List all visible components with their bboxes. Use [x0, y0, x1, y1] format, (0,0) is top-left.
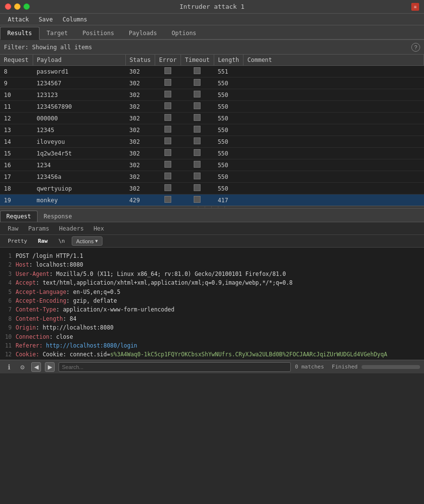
cell-request: 12: [0, 113, 33, 124]
cell-status: 302: [125, 101, 155, 113]
cell-error: [155, 159, 181, 171]
sub-tabbar: Raw Params Headers Hex: [0, 222, 424, 235]
table-row[interactable]: 16 1234 302 550: [0, 159, 424, 171]
cell-request: 17: [0, 171, 33, 183]
cell-status: 302: [125, 171, 155, 183]
sub-tab-params[interactable]: Params: [24, 224, 53, 233]
actions-button[interactable]: Actions ▾: [72, 236, 102, 246]
cell-status: 302: [125, 66, 155, 78]
tab-payloads[interactable]: Payloads: [121, 27, 164, 39]
cell-error: [155, 124, 181, 136]
request-line: 3User-Agent: Mozilla/5.0 (X11; Linux x86…: [4, 270, 420, 278]
cell-payload: 1234567: [33, 78, 125, 89]
cell-length: 417: [214, 194, 243, 206]
cell-status: 302: [125, 148, 155, 159]
col-status: Status: [125, 55, 155, 66]
cell-length: 551: [214, 66, 243, 78]
menu-save[interactable]: Save: [35, 15, 57, 24]
table-row[interactable]: 9 1234567 302 550: [0, 78, 424, 89]
request-line: 6Accept-Encoding: gzip, deflate: [4, 296, 420, 305]
cell-timeout: [181, 101, 214, 113]
request-display-bar: Pretty Raw \n Actions ▾: [0, 235, 424, 248]
cell-comment: [243, 136, 424, 148]
cell-comment: [243, 101, 424, 113]
request-line: 1POST /login HTTP/1.1: [4, 252, 420, 260]
table-row[interactable]: 18 qwertyuiop 302 550: [0, 183, 424, 194]
raw-button[interactable]: Raw: [34, 237, 52, 245]
help-button[interactable]: ?: [411, 43, 420, 52]
settings-icon[interactable]: ⚙: [18, 362, 27, 372]
match-count: 0 matches: [295, 364, 324, 370]
sub-tab-raw-1[interactable]: Raw: [4, 224, 22, 233]
cell-timeout: [181, 113, 214, 124]
cell-error: [155, 171, 181, 183]
info-icon[interactable]: ℹ: [4, 362, 14, 372]
cell-payload: 12345: [33, 124, 125, 136]
close-button[interactable]: [5, 3, 11, 10]
status-text: Finished: [332, 364, 358, 370]
newline-button[interactable]: \n: [55, 237, 69, 245]
cell-request: 9: [0, 78, 33, 89]
sub-tab-headers[interactable]: Headers: [55, 224, 88, 233]
cell-comment: [243, 183, 424, 194]
cell-comment: [243, 113, 424, 124]
progress-area: [362, 365, 420, 369]
cell-payload: 1234567890: [33, 101, 125, 113]
tab-options[interactable]: Options: [164, 27, 204, 39]
tab-results[interactable]: Results: [0, 27, 40, 40]
cell-error: [155, 113, 181, 124]
cell-timeout: [181, 171, 214, 183]
pretty-button[interactable]: Pretty: [4, 237, 31, 245]
tab-response[interactable]: Response: [38, 211, 79, 222]
cell-status: 302: [125, 78, 155, 89]
sub-tab-hex[interactable]: Hex: [90, 224, 108, 233]
request-line: 7Content-Type: application/x-www-form-ur…: [4, 305, 420, 314]
tab-request[interactable]: Request: [0, 211, 38, 222]
cell-length: 550: [214, 136, 243, 148]
cell-request: 10: [0, 89, 33, 101]
cell-payload: iloveyou: [33, 136, 125, 148]
table-row[interactable]: 13 12345 302 550: [0, 124, 424, 136]
cell-status: 302: [125, 136, 155, 148]
col-error: Error: [155, 55, 181, 66]
cell-request: 11: [0, 101, 33, 113]
col-payload: Payload: [33, 55, 125, 66]
search-input[interactable]: [59, 362, 291, 372]
progress-bar: [362, 365, 420, 369]
back-button[interactable]: ◀: [31, 362, 41, 372]
cell-comment: [243, 78, 424, 89]
menu-attack[interactable]: Attack: [4, 15, 33, 24]
request-line: 4Accept: text/html,application/xhtml+xml…: [4, 278, 420, 287]
cell-timeout: [181, 89, 214, 101]
tab-positions[interactable]: Positions: [75, 27, 121, 39]
cell-error: [155, 148, 181, 159]
statusbar: ℹ ⚙ ◀ ▶ 0 matches Finished: [0, 360, 424, 373]
table-row[interactable]: 14 iloveyou 302 550: [0, 136, 424, 148]
col-timeout: Timeout: [181, 55, 214, 66]
menu-columns[interactable]: Columns: [59, 15, 91, 24]
filter-bar: Filter: Showing all items ?: [0, 40, 424, 55]
table-row[interactable]: 8 password1 302 551: [0, 66, 424, 78]
tab-target[interactable]: Target: [40, 27, 75, 39]
cell-payload: password1: [33, 66, 125, 78]
table-row[interactable]: 10 123123 302 550: [0, 89, 424, 101]
maximize-button[interactable]: [23, 3, 30, 10]
table-row[interactable]: 12 000000 302 550: [0, 113, 424, 124]
cell-error: [155, 136, 181, 148]
cell-length: 550: [214, 159, 243, 171]
cell-error: [155, 101, 181, 113]
forward-button[interactable]: ▶: [45, 362, 55, 372]
col-request: Request: [0, 55, 33, 66]
cell-error: [155, 78, 181, 89]
cell-error: [155, 66, 181, 78]
cell-payload: 000000: [33, 113, 125, 124]
table-row[interactable]: 11 1234567890 302 550: [0, 101, 424, 113]
table-row[interactable]: 17 123456a 302 550: [0, 171, 424, 183]
table-row[interactable]: 15 1q2w3e4r5t 302 550: [0, 148, 424, 159]
col-length: Length: [214, 55, 243, 66]
request-body: 1POST /login HTTP/1.12Host: localhost:80…: [0, 248, 424, 360]
cell-comment: [243, 124, 424, 136]
table-row[interactable]: 19 monkey 429 417: [0, 194, 424, 206]
minimize-button[interactable]: [14, 3, 20, 10]
cell-payload: monkey: [33, 194, 125, 206]
